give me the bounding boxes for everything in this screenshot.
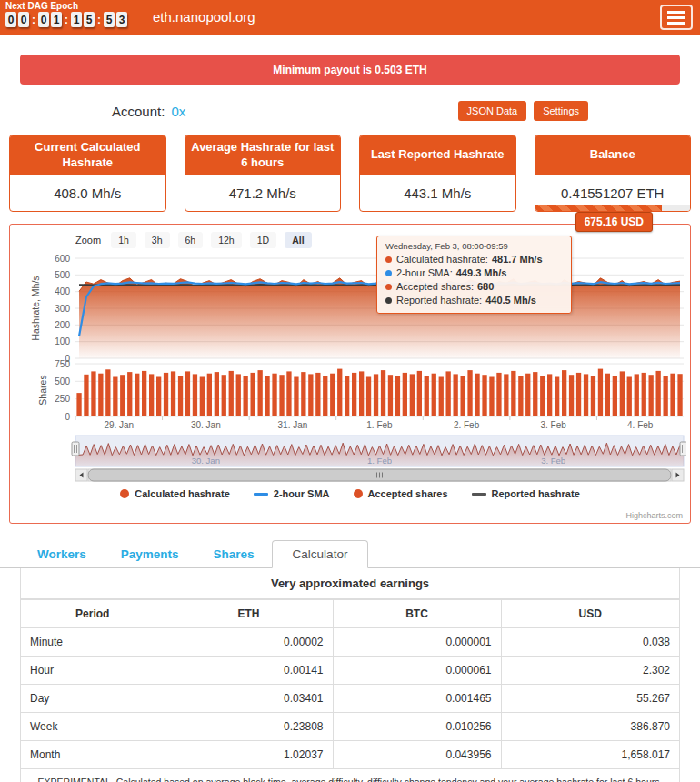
hashrate-chart-panel: Zoom 1h3h6h12h1DAll 01002003004005006000…: [9, 224, 691, 524]
tab-calculator[interactable]: Calculator: [272, 540, 369, 568]
series-dot-icon: [385, 297, 392, 304]
tooltip-row: Calculated hashrate:481.7 Mh/s: [385, 253, 563, 266]
countdown-digit: 0: [18, 12, 29, 27]
earnings-row: Week0.238080.010256386.870: [21, 713, 679, 741]
card-value: 471.2 Mh/s: [185, 175, 341, 211]
scrollbar-right-arrow[interactable]: [672, 469, 684, 481]
chart-zoom-row: Zoom 1h3h6h12h1DAll: [75, 232, 312, 248]
svg-text:31. Jan: 31. Jan: [278, 420, 308, 430]
zoom-button-1d[interactable]: 1D: [250, 232, 276, 248]
earnings-row: Day0.034010.00146555.267: [21, 685, 679, 713]
earnings-title: Very approximated earnings: [21, 568, 679, 599]
zoom-button-1h[interactable]: 1h: [111, 232, 136, 248]
zoom-label: Zoom: [75, 235, 101, 246]
card-value: 443.1 Mh/s: [360, 175, 515, 211]
dag-countdown: 00:01:15:53: [5, 12, 127, 27]
svg-text:4. Feb: 4. Feb: [627, 420, 654, 430]
top-header-bar: Next DAG Epoch 00:01:15:53 eth.nanopool.…: [0, 0, 700, 35]
json-data-button[interactable]: JSON Data: [458, 101, 527, 121]
zoom-button-all[interactable]: All: [285, 232, 311, 248]
legend-item[interactable]: Calculated hashrate: [120, 488, 230, 499]
earnings-row: Month1.020370.0439561,658.017: [21, 741, 679, 769]
svg-text:1. Feb: 1. Feb: [366, 420, 393, 430]
legend-item[interactable]: Accepted shares: [354, 488, 448, 499]
chart-tooltip: Wednesday, Feb 3, 08:00-09:59 Calculated…: [376, 236, 572, 314]
usd-balance-tooltip: 675.16 USD: [575, 212, 653, 232]
legend-line-icon: [472, 493, 486, 496]
svg-text:1. Feb: 1. Feb: [367, 456, 392, 466]
card-average-hashrate: Average Hashrate for last 6 hours 471.2 …: [185, 135, 342, 212]
series-dot-icon: [385, 256, 392, 263]
svg-text:500: 500: [55, 270, 70, 280]
card-title: Balance: [535, 135, 691, 175]
svg-text:30. Jan: 30. Jan: [192, 456, 220, 466]
countdown-digit: 0: [38, 12, 49, 27]
legend-circle-icon: [354, 489, 363, 498]
next-dag-epoch: Next DAG Epoch 00:01:15:53: [5, 1, 127, 27]
countdown-digit: 5: [104, 12, 115, 27]
countdown-colon: :: [65, 14, 68, 26]
tab-shares[interactable]: Shares: [196, 541, 272, 567]
scrollbar-left-arrow[interactable]: [75, 469, 87, 481]
countdown-digit: 3: [116, 12, 127, 27]
navigator-handle[interactable]: [680, 442, 686, 456]
series-dot-icon: [385, 284, 392, 290]
svg-text:30. Jan: 30. Jan: [191, 420, 221, 430]
card-current-hashrate: Current Calculated Hashrate 408.0 Mh/s: [9, 135, 166, 212]
zoom-button-3h[interactable]: 3h: [145, 232, 170, 248]
svg-text:500: 500: [55, 376, 70, 386]
svg-text:3. Feb: 3. Feb: [540, 420, 566, 430]
card-last-reported-hashrate: Last Reported Hashrate 443.1 Mh/s: [359, 135, 516, 212]
earnings-panel: Very approximated earnings PeriodETHBTCU…: [20, 568, 680, 782]
tab-payments[interactable]: Payments: [104, 541, 196, 567]
card-balance: Balance 0.41551207 ETH: [535, 135, 692, 212]
zoom-button-12h[interactable]: 12h: [211, 232, 242, 248]
countdown-colon: :: [32, 14, 35, 26]
svg-text:400: 400: [55, 286, 70, 296]
countdown-digit: 5: [84, 12, 95, 27]
earnings-col-header: ETH: [165, 600, 333, 628]
svg-text:250: 250: [55, 394, 70, 404]
card-value: 408.0 Mh/s: [10, 175, 165, 211]
countdown-colon: :: [97, 14, 101, 26]
zoom-button-6h[interactable]: 6h: [178, 232, 204, 248]
tooltip-row: 2-hour SMA:449.3 Mh/s: [385, 266, 563, 280]
svg-text:0: 0: [65, 412, 70, 422]
navigator-handle[interactable]: [72, 442, 79, 456]
svg-text:100: 100: [55, 336, 70, 346]
account-row: Account: 0x JSON Data Settings: [112, 100, 588, 122]
next-dag-epoch-label: Next DAG Epoch: [5, 1, 127, 11]
stats-row: Current Calculated Hashrate 408.0 Mh/s A…: [9, 135, 691, 212]
legend-circle-icon: [120, 489, 129, 498]
earnings-note: EXPERIMENTAL. Calculated based on averag…: [21, 769, 679, 782]
legend-item[interactable]: 2-hour SMA: [254, 488, 330, 499]
tooltip-row: Reported hashrate:440.5 Mh/s: [385, 294, 563, 307]
minimum-payout-banner: Minimum payout is 0.503 ETH: [20, 55, 680, 85]
svg-text:200: 200: [55, 320, 70, 330]
countdown-digit: 0: [5, 12, 16, 27]
account-address-link[interactable]: 0x: [171, 104, 185, 119]
settings-button[interactable]: Settings: [534, 101, 588, 121]
hamburger-menu-icon[interactable]: [660, 5, 693, 30]
tooltip-row: Accepted shares:680: [385, 280, 563, 294]
chart-legend: Calculated hashrate2-hour SMAAccepted sh…: [10, 488, 690, 499]
svg-text:600: 600: [55, 254, 70, 264]
hashrate-shares-chart[interactable]: 01002003004005006000250500750Hashrate, M…: [10, 225, 686, 486]
card-title: Average Hashrate for last 6 hours: [185, 135, 341, 175]
earnings-table: PeriodETHBTCUSD Minute0.000020.0000010.0…: [21, 599, 679, 769]
balance-progress-bar: [535, 205, 691, 211]
countdown-digit: 1: [71, 12, 82, 27]
earnings-row: Minute0.000020.0000010.038: [21, 628, 679, 657]
card-title: Current Calculated Hashrate: [10, 135, 165, 175]
svg-text:300: 300: [55, 304, 70, 314]
svg-text:Shares: Shares: [37, 375, 48, 405]
chart-tooltip-title: Wednesday, Feb 3, 08:00-09:59: [385, 241, 563, 251]
legend-item[interactable]: Reported hashrate: [472, 488, 580, 499]
tab-workers[interactable]: Workers: [20, 541, 104, 567]
svg-text:Hashrate, Mh/s: Hashrate, Mh/s: [30, 276, 41, 340]
earnings-row: Hour0.001410.0000612.302: [21, 657, 679, 685]
countdown-digit: 1: [51, 12, 62, 27]
svg-text:750: 750: [55, 359, 70, 369]
highcharts-credits: Highcharts.com: [625, 511, 683, 520]
svg-text:29. Jan: 29. Jan: [104, 420, 134, 430]
